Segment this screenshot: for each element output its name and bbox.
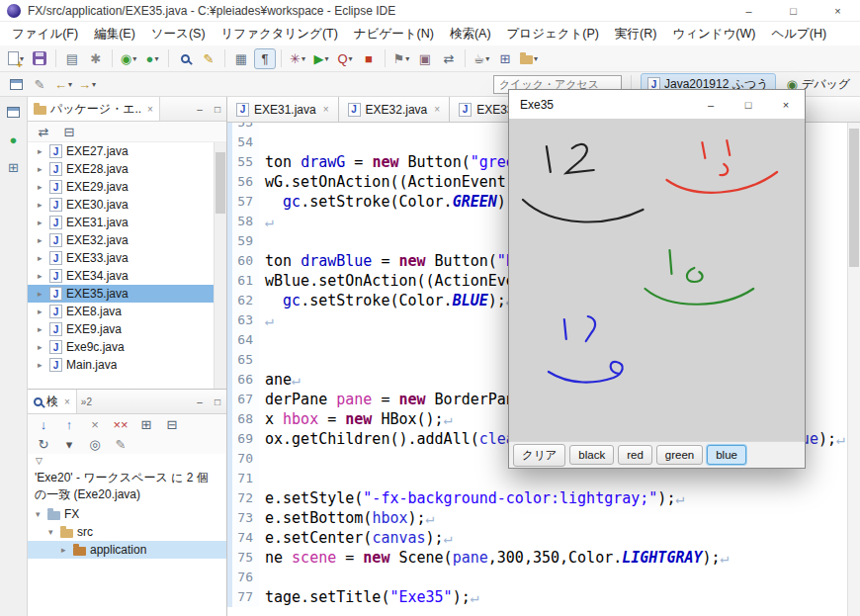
minimize-button[interactable]: –: [727, 0, 771, 21]
tree-item[interactable]: ▸EXE27.java: [28, 142, 214, 160]
tree-item[interactable]: ▸Main.java: [28, 356, 214, 374]
menu-item[interactable]: リファクタリング(T): [214, 23, 346, 45]
run-button[interactable]: ▶▾: [310, 48, 332, 69]
menu-item[interactable]: 検索(A): [442, 23, 499, 45]
tree-item[interactable]: ▸application: [28, 541, 226, 559]
maximize-view-button[interactable]: □: [209, 100, 226, 118]
link-with-editor-button[interactable]: ⇄: [438, 48, 460, 69]
tree-item[interactable]: ▸EXE29.java: [28, 178, 214, 196]
java-application-button[interactable]: ☕▾: [471, 48, 492, 69]
black-button[interactable]: black: [569, 445, 614, 465]
tree-item[interactable]: ▾src: [28, 523, 226, 541]
new-snippet-button[interactable]: ✳▾: [287, 48, 308, 69]
new-wizard-button[interactable]: ▾: [5, 48, 27, 69]
menu-item[interactable]: ソース(S): [143, 23, 214, 45]
prev-match-button[interactable]: ↑: [58, 414, 80, 435]
editor-tab[interactable]: EXE31.java×: [227, 97, 339, 122]
edit-search-button[interactable]: ✎: [110, 434, 131, 455]
menu-item[interactable]: 実行(R): [607, 23, 664, 45]
print-button[interactable]: ▤: [61, 48, 83, 69]
tree-item[interactable]: ▸EXE30.java: [28, 196, 214, 214]
menu-item[interactable]: ウィンドウ(W): [664, 23, 763, 45]
remove-match-button[interactable]: ×: [84, 414, 106, 435]
scrollbar-thumb[interactable]: [849, 129, 859, 267]
menu-item[interactable]: ファイル(F): [4, 23, 86, 45]
view-overflow-indicator[interactable]: »2: [81, 396, 92, 407]
tree-item[interactable]: ▸EXE33.java: [28, 249, 214, 267]
clear-button[interactable]: クリア: [513, 444, 565, 467]
server-view-button[interactable]: ●: [3, 130, 25, 150]
green-button[interactable]: green: [656, 445, 703, 465]
coverage-button[interactable]: Q▾: [334, 48, 356, 69]
tree-item[interactable]: ▸EXE34.java: [28, 267, 214, 285]
close-view-icon[interactable]: ×: [64, 396, 70, 407]
search-dialog-button[interactable]: [174, 48, 196, 69]
app-close-button[interactable]: ×: [767, 90, 805, 119]
editor-tab[interactable]: EXE32.java×: [339, 97, 451, 122]
tree-item[interactable]: ▸EXE35.java: [28, 285, 214, 303]
back-button[interactable]: ←▾: [52, 74, 74, 95]
run-external-tools-icon: ●: [146, 52, 154, 65]
tree-item[interactable]: ▸EXE31.java: [28, 214, 214, 231]
show-whitespace-button[interactable]: ¶: [254, 48, 276, 69]
editor-scrollbar[interactable]: [847, 123, 860, 616]
remove-all-matches-button[interactable]: ××: [110, 414, 131, 435]
collapse-all-button[interactable]: ⊟: [161, 414, 183, 435]
build-all-button[interactable]: ✱: [85, 48, 107, 69]
menu-item[interactable]: 編集(E): [86, 23, 143, 45]
open-folder-button[interactable]: ▾: [518, 48, 540, 69]
expand-all-button[interactable]: ⊞: [135, 414, 157, 435]
grid-view-button[interactable]: ⊞: [494, 48, 516, 69]
link-with-editor-button[interactable]: ⇄: [33, 122, 54, 142]
next-match-button[interactable]: ↓: [33, 414, 54, 435]
minimize-view-button[interactable]: –: [191, 100, 209, 118]
tree-item[interactable]: ▸EXE32.java: [28, 231, 214, 249]
save-button[interactable]: [29, 48, 50, 69]
drawing-canvas[interactable]: [509, 119, 805, 441]
run-search-again-button[interactable]: ↻: [33, 434, 54, 455]
menu-item[interactable]: ヘルプ(H): [763, 23, 834, 45]
tree-item[interactable]: ▸EXE28.java: [28, 160, 214, 178]
minimize-view-button[interactable]: –: [191, 393, 209, 410]
console-view-button[interactable]: ▦: [230, 48, 252, 69]
search-tab[interactable]: 検 ×: [28, 390, 77, 413]
tree-item[interactable]: ▸Exe9c.java: [28, 338, 214, 356]
package-explorer-tab[interactable]: パッケージ・エ.. ×: [28, 97, 160, 121]
tree-item[interactable]: ▸EXE8.java: [28, 303, 214, 320]
red-button[interactable]: red: [618, 445, 652, 465]
tree-item[interactable]: ▾FX: [28, 505, 226, 523]
terminate-button[interactable]: ■: [358, 48, 380, 69]
outline-view-button[interactable]: ⊞: [3, 157, 25, 178]
filter-expander-icon[interactable]: ▽: [28, 454, 226, 466]
close-tab-icon[interactable]: ×: [434, 104, 440, 115]
chevron-down-icon: ▾: [36, 509, 43, 519]
app-minimize-button[interactable]: –: [692, 90, 730, 119]
jar-export-button[interactable]: ▣: [414, 48, 436, 69]
app-window-titlebar[interactable]: Exe35 – □ ×: [509, 90, 805, 119]
scrollbar-thumb[interactable]: [215, 152, 225, 214]
app-maximize-button[interactable]: □: [730, 90, 767, 119]
run-external-tools-button[interactable]: ●▾: [141, 48, 163, 69]
pin-view-button[interactable]: ◎: [84, 434, 106, 455]
tree-item[interactable]: ▸EXE9.java: [28, 320, 214, 338]
debug-button[interactable]: ◉▾: [118, 48, 139, 69]
code-token: new: [363, 549, 389, 567]
previous-searches-button[interactable]: ▾: [58, 434, 80, 455]
maximize-view-button[interactable]: □: [209, 393, 226, 410]
last-edit-location-button[interactable]: ✎: [29, 74, 50, 95]
menu-item[interactable]: ナビゲート(N): [346, 23, 442, 45]
restore-view-button[interactable]: [3, 102, 25, 123]
pin-editor-button[interactable]: [5, 74, 27, 95]
package-explorer-scrollbar[interactable]: [214, 142, 226, 389]
mark-occurrences-button[interactable]: ✎: [198, 48, 219, 69]
code-token: drawG: [301, 153, 345, 171]
collapse-all-button[interactable]: ⊟: [58, 122, 80, 142]
close-view-icon[interactable]: ×: [147, 104, 153, 115]
close-button[interactable]: ×: [816, 0, 860, 21]
blue-button[interactable]: blue: [707, 445, 746, 465]
close-tab-icon[interactable]: ×: [323, 104, 329, 115]
menu-item[interactable]: プロジェクト(P): [499, 23, 607, 45]
bookmark-button[interactable]: ⚑▾: [390, 48, 412, 69]
forward-button[interactable]: →▾: [76, 74, 98, 95]
maximize-button[interactable]: □: [771, 0, 816, 21]
